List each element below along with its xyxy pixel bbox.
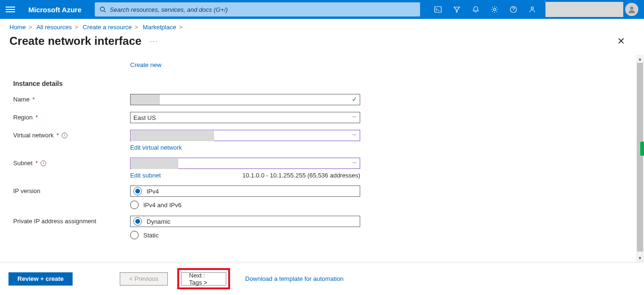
cloud-shell-icon[interactable] — [429, 0, 447, 19]
name-redaction — [131, 94, 160, 105]
info-icon[interactable]: i — [41, 160, 46, 166]
previous-button[interactable]: < Previous — [120, 272, 168, 286]
search-icon — [99, 6, 106, 13]
svg-point-6 — [630, 7, 634, 10]
settings-icon[interactable] — [485, 0, 504, 19]
svg-point-5 — [531, 7, 534, 9]
subnet-select[interactable]: ﹀ — [130, 158, 360, 169]
vertical-scrollbar[interactable]: ▲ ▼ — [636, 55, 644, 262]
filter-icon[interactable] — [447, 0, 466, 19]
crumb-all-resources[interactable]: All resources — [36, 24, 72, 31]
vnet-label: Virtual network * i — [13, 130, 130, 139]
notifications-icon[interactable] — [466, 0, 485, 19]
feedback-icon[interactable] — [523, 0, 542, 19]
subnet-redaction — [131, 159, 178, 169]
form-scroll-area: Create new Instance details Name * ✓ Reg… — [0, 55, 644, 262]
top-header-bar: Microsoft Azure — [0, 0, 644, 19]
close-icon[interactable]: ✕ — [615, 34, 627, 49]
svg-line-1 — [104, 11, 106, 13]
svg-rect-2 — [435, 7, 441, 12]
valid-check-icon: ✓ — [352, 95, 357, 103]
search-input[interactable] — [110, 6, 415, 13]
region-select[interactable]: East US ﹀ — [130, 112, 360, 123]
menu-icon[interactable] — [6, 7, 15, 12]
account-block[interactable] — [545, 2, 623, 17]
scroll-down-icon[interactable]: ▼ — [636, 254, 644, 262]
chevron-down-icon: ﹀ — [352, 132, 357, 139]
breadcrumb: Home> All resources> Create a resource> … — [0, 19, 644, 34]
subnet-label: Subnet * i — [13, 158, 130, 167]
svg-point-0 — [100, 7, 105, 11]
edit-subnet-link[interactable]: Edit subnet — [130, 172, 161, 179]
footer-bar: Review + create < Previous Next : Tags >… — [0, 262, 644, 295]
vnet-select[interactable]: ﹀ — [130, 130, 360, 141]
edit-vnet-link[interactable]: Edit virtual network — [130, 144, 182, 151]
chevron-down-icon: ﹀ — [352, 114, 357, 121]
chevron-down-icon: ﹀ — [352, 160, 357, 167]
ipver-ipv4v6-radio[interactable]: IPv4 and IPv6 — [130, 201, 360, 209]
more-icon[interactable]: ··· — [150, 37, 158, 45]
ipversion-label: IP version — [13, 185, 130, 194]
pip-label: Private IP address assignment — [13, 216, 130, 225]
download-template-link[interactable]: Download a template for automation — [245, 275, 344, 282]
crumb-marketplace[interactable]: Marketplace — [143, 24, 176, 31]
region-label: Region * — [13, 112, 130, 121]
crumb-create-resource[interactable]: Create a resource — [83, 24, 132, 31]
scroll-up-icon[interactable]: ▲ — [636, 55, 644, 63]
scroll-thumb[interactable] — [637, 63, 643, 252]
next-tags-button[interactable]: Next : Tags > — [181, 272, 226, 286]
ipver-ipv4-radio[interactable]: IPv4 — [130, 185, 360, 197]
crumb-home[interactable]: Home — [9, 24, 26, 31]
brand-label[interactable]: Microsoft Azure — [28, 6, 82, 14]
svg-point-3 — [494, 8, 496, 11]
section-instance-details: Instance details — [13, 80, 631, 87]
info-icon[interactable]: i — [62, 133, 67, 138]
help-icon[interactable] — [504, 0, 523, 19]
subnet-address-range: 10.1.0.0 - 10.1.255.255 (65,536 addresse… — [242, 172, 360, 179]
title-bar: Create network interface ··· ✕ — [0, 34, 644, 51]
vnet-redaction — [131, 131, 214, 141]
pip-dynamic-radio[interactable]: Dynamic — [130, 216, 360, 227]
create-new-link[interactable]: Create new — [130, 61, 631, 68]
review-create-button[interactable]: Review + create — [8, 272, 73, 286]
global-search[interactable] — [95, 2, 420, 17]
name-input[interactable] — [130, 94, 360, 105]
page-title: Create network interface — [9, 34, 141, 48]
avatar[interactable] — [625, 3, 638, 16]
top-icon-row — [429, 0, 542, 19]
name-label: Name * — [13, 94, 130, 103]
side-tag — [640, 142, 644, 156]
pip-static-radio[interactable]: Static — [130, 231, 360, 239]
